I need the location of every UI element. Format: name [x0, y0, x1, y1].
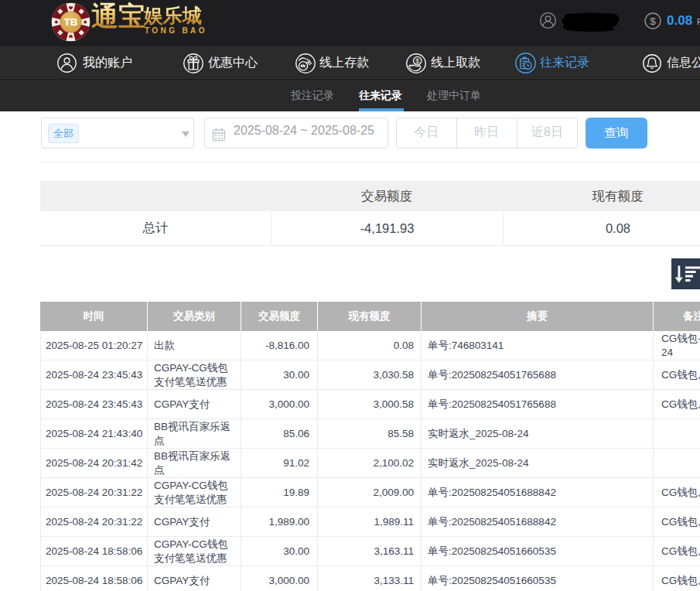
svg-text:$: $: [650, 15, 656, 27]
svg-text:TB: TB: [64, 16, 78, 28]
svg-text:$: $: [415, 56, 419, 64]
